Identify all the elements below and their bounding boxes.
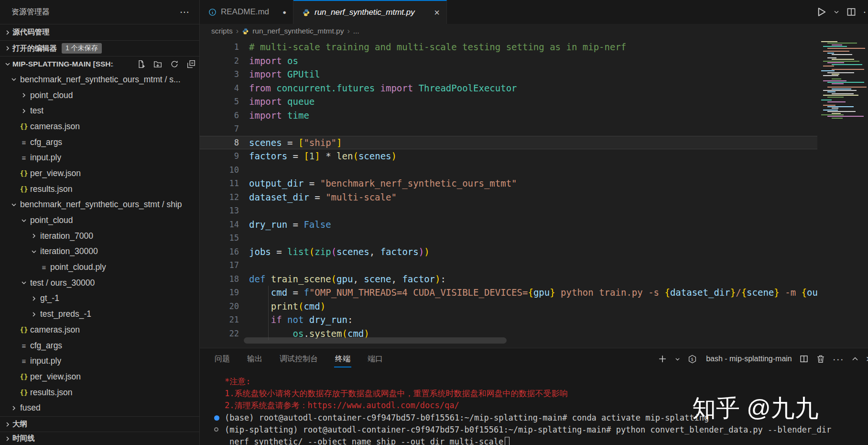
code-line[interactable]: 13 (200, 204, 868, 218)
code-line[interactable]: 4from concurrent.futures import ThreadPo… (200, 81, 868, 95)
line-number: 4 (200, 83, 239, 93)
code-line[interactable]: 15 (200, 231, 868, 245)
code-line[interactable]: 21 if not dry_run: (200, 313, 868, 327)
tree-item-label: input.ply (30, 356, 61, 366)
breadcrumb-file[interactable]: run_nerf_synthetic_mtmt.py (252, 27, 344, 35)
tree-item[interactable]: {}per_view.json (0, 166, 199, 181)
code-line[interactable]: 7 (200, 122, 868, 136)
tree-item[interactable]: benchmark_nerf_synthetic_ours_stmt / shi… (0, 197, 199, 213)
explorer-more-actions-icon[interactable]: ⋯ (180, 6, 190, 18)
tab-bar: README.md ● run_nerf_synthetic_mtmt.py × (200, 0, 868, 24)
code-text: import GPUtil (249, 69, 320, 79)
tree-item-label: point_cloud.ply (50, 262, 106, 272)
code-line[interactable]: 19 cmd = f"OMP_NUM_THREADS=4 CUDA_VISIBL… (200, 286, 868, 300)
collapse-all-icon[interactable] (187, 60, 195, 68)
modified-dot-icon[interactable]: ● (282, 9, 286, 16)
refresh-icon[interactable] (170, 60, 179, 68)
panel-tab-item[interactable]: 输出 (247, 348, 262, 369)
tree-item[interactable]: point_cloud (0, 212, 199, 228)
code-line[interactable]: 14dry_run = False (200, 218, 868, 232)
tab-run-nerf-synthetic[interactable]: run_nerf_synthetic_mtmt.py × (293, 0, 447, 24)
panel-more-actions-icon[interactable]: ··· (833, 353, 844, 365)
tree-item[interactable]: iteration_7000 (0, 228, 199, 244)
code-line[interactable]: 16jobs = list(zip(scenes, factors)) (200, 245, 868, 259)
new-folder-icon[interactable] (153, 60, 162, 68)
tab-readme[interactable]: README.md ● (200, 0, 293, 24)
split-editor-icon[interactable] (846, 7, 857, 17)
tree-item[interactable]: fused (0, 400, 199, 416)
code-line[interactable]: 20 print(cmd) (200, 300, 868, 313)
horizontal-scrollbar[interactable] (244, 337, 507, 344)
kill-terminal-trash-icon[interactable] (816, 354, 825, 364)
section-open-editors[interactable]: 打开的编辑器 1 个未保存 (0, 40, 199, 56)
tree-item[interactable]: ≡cfg_args (0, 338, 199, 354)
tree-item[interactable]: ≡input.ply (0, 150, 199, 166)
terminal-session-label[interactable]: bash - mip-splatting-main (706, 355, 792, 363)
run-dropdown-chevron-icon[interactable] (833, 9, 840, 15)
code-line[interactable]: 6import time (200, 109, 868, 122)
close-panel-icon[interactable]: × (866, 353, 868, 365)
bash-terminal-icon: $ (688, 355, 697, 364)
line-number: 7 (200, 124, 239, 134)
code-line[interactable]: 17 (200, 258, 868, 272)
workspace-name-label: MIP-SPLATTING-MAIN [SSH:... (12, 60, 114, 68)
line-number: 13 (200, 206, 239, 215)
tree-item[interactable]: gt_-1 (0, 291, 199, 307)
tree-item[interactable]: test / ours_30000 (0, 275, 199, 291)
section-timeline[interactable]: 时间线 (0, 432, 199, 445)
split-terminal-icon[interactable] (799, 354, 809, 364)
section-timeline-label: 时间线 (12, 434, 35, 444)
close-tab-icon[interactable]: × (434, 8, 440, 17)
tree-item[interactable]: test (0, 103, 199, 119)
code-line[interactable]: 12dataset_dir = "multi-scale" (200, 190, 868, 204)
tree-item[interactable]: ≡cfg_args (0, 134, 199, 150)
code-line[interactable]: 2import os (200, 54, 868, 68)
section-source-control-label: 源代码管理 (12, 27, 50, 37)
code-line[interactable]: 9factors = [1] * len(scenes) (200, 149, 868, 163)
json-file-icon: {} (18, 169, 30, 177)
tree-item[interactable]: {}results.json (0, 385, 199, 400)
code-editor[interactable]: 1# multi-scale training and multi-scale … (200, 38, 868, 348)
breadcrumb-symbol[interactable]: ... (353, 27, 359, 35)
section-outline[interactable]: 大纲 (0, 416, 199, 432)
minimap[interactable] (817, 38, 868, 348)
chevron-right-icon (3, 44, 12, 52)
panel-tab-item[interactable]: 调试控制台 (280, 348, 318, 369)
tree-item[interactable]: iteration_30000 (0, 244, 199, 260)
maximize-panel-icon[interactable] (851, 355, 859, 363)
code-line[interactable]: 10 (200, 163, 868, 177)
panel-controls: $ bash - mip-splatting-main ··· × (658, 348, 868, 369)
code-line[interactable]: 11output_dir = "benchmark_nerf_synthetic… (200, 177, 868, 190)
code-text: import os (249, 56, 298, 66)
run-python-file-icon[interactable] (815, 6, 827, 18)
more-actions-icon[interactable]: ·· (863, 6, 868, 18)
code-line[interactable]: 3import GPUtil (200, 67, 868, 81)
tree-item[interactable]: {}results.json (0, 181, 199, 197)
panel-tab-item[interactable]: 端口 (368, 348, 383, 369)
panel-tab-active[interactable]: 终端 (335, 348, 350, 369)
code-line[interactable]: 18def train_scene(gpu, scene, factor): (200, 272, 868, 286)
tree-item[interactable]: benchmark_nerf_synthetic_ours_mtmt / s..… (0, 72, 199, 88)
terminal-dropdown-chevron-icon[interactable] (674, 356, 681, 362)
chevron-down-icon (3, 60, 12, 68)
section-workspace[interactable]: MIP-SPLATTING-MAIN [SSH:... (0, 56, 199, 72)
tree-item[interactable]: ≡input.ply (0, 353, 199, 369)
tree-item[interactable]: {}cameras.json (0, 119, 199, 134)
breadcrumb-folder[interactable]: scripts (211, 27, 233, 35)
code-text: dry_run = False (249, 219, 331, 230)
tree-item[interactable]: {}per_view.json (0, 369, 199, 385)
tree-item[interactable]: {}cameras.json (0, 322, 199, 338)
tree-item[interactable]: ≡point_cloud.ply (0, 259, 199, 275)
chevron-right-icon (3, 421, 12, 428)
tree-item[interactable]: point_cloud (0, 88, 199, 103)
code-text: def train_scene(gpu, scene, factor): (249, 274, 446, 284)
code-line[interactable]: 8scenes = ["ship"] (200, 136, 868, 150)
panel-tab-item[interactable]: 问题 (215, 348, 230, 369)
line-number: 22 (200, 329, 239, 338)
section-source-control[interactable]: 源代码管理 (0, 24, 199, 40)
tree-item[interactable]: test_preds_-1 (0, 306, 199, 322)
code-line[interactable]: 5import queue (200, 95, 868, 109)
new-terminal-icon[interactable] (658, 354, 667, 364)
code-line[interactable]: 1# multi-scale training and multi-scale … (200, 40, 868, 54)
new-file-icon[interactable] (137, 60, 145, 68)
